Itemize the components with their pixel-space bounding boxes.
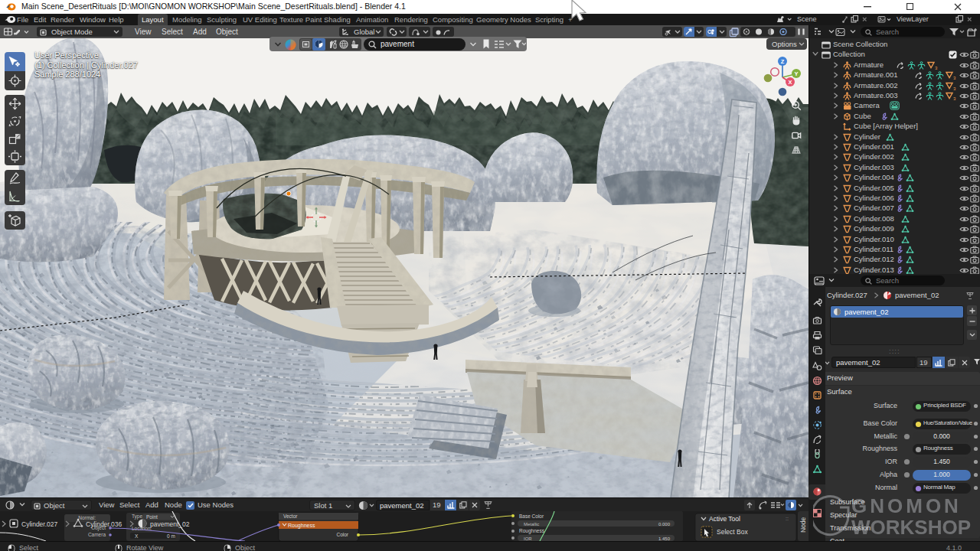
svg-text:0.000: 0.000 [658, 522, 671, 527]
svg-text:::: :: [786, 516, 789, 521]
svg-text:X: X [135, 533, 139, 539]
svg-text:3: 3 [953, 86, 956, 90]
svg-text:Metallic: Metallic [524, 522, 539, 527]
svg-text:Cylinder.036: Cylinder.036 [86, 520, 122, 528]
svg-text:Select Box: Select Box [717, 528, 748, 536]
svg-text:3: 3 [953, 96, 956, 101]
svg-text:Base Color: Base Color [519, 514, 544, 519]
svg-text:3: 3 [953, 76, 956, 80]
svg-text:Vector: Vector [283, 514, 298, 519]
svg-text:Y: Y [794, 70, 798, 77]
svg-text:1.450: 1.450 [658, 536, 671, 541]
svg-text:Cylinder.027: Cylinder.027 [21, 520, 58, 528]
svg-text:Roughness: Roughness [288, 523, 315, 529]
svg-text:Roughness: Roughness [519, 528, 545, 534]
svg-text:3: 3 [935, 65, 938, 70]
svg-text:X: X [788, 79, 792, 86]
svg-text:Color: Color [336, 532, 348, 537]
svg-text:0 m: 0 m [167, 533, 175, 539]
svg-text:Z: Z [781, 58, 785, 65]
svg-text:Point: Point [146, 514, 158, 520]
svg-text:Normal:: Normal: [78, 515, 96, 520]
svg-text:Type:: Type: [132, 514, 144, 520]
svg-text:Camera: Camera [88, 532, 106, 537]
svg-text:IOR: IOR [524, 536, 532, 541]
svg-text:pavement_02: pavement_02 [150, 520, 190, 528]
svg-text:Active Tool: Active Tool [709, 515, 740, 523]
